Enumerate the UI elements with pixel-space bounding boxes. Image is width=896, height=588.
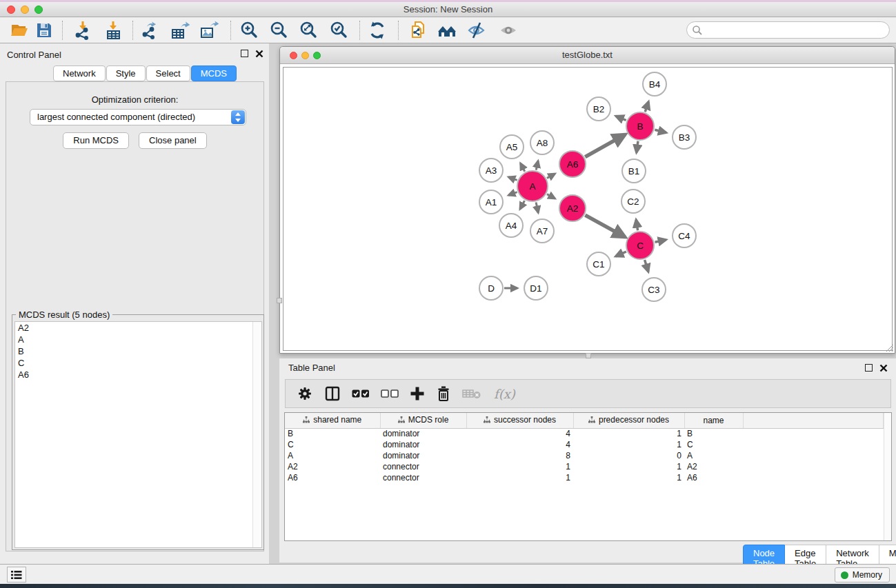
- graph-edge-B-B2[interactable]: [616, 116, 626, 120]
- table-cell[interactable]: A: [285, 450, 380, 461]
- result-item[interactable]: C: [15, 357, 261, 369]
- minimize-window-button[interactable]: [21, 6, 29, 14]
- graph-edge-A-A8[interactable]: [536, 161, 538, 170]
- graph-edge-C-C3[interactable]: [645, 260, 648, 272]
- tab-network[interactable]: Network: [53, 65, 106, 81]
- column-header-predecessor-nodes[interactable]: predecessor nodes: [573, 413, 684, 428]
- zoom-in-icon[interactable]: [239, 21, 259, 40]
- graph-edge-A-A2[interactable]: [547, 194, 555, 199]
- graph-node-A[interactable]: A: [517, 171, 548, 201]
- result-item[interactable]: B: [15, 345, 261, 357]
- graph-edge-A6-B[interactable]: [585, 134, 625, 157]
- result-item[interactable]: A6: [15, 369, 261, 381]
- create-column-plus-icon[interactable]: [410, 386, 425, 401]
- table-cell[interactable]: dominator: [380, 450, 466, 461]
- table-cell[interactable]: 4: [466, 439, 573, 450]
- graph-edge-A-A6[interactable]: [547, 174, 555, 178]
- graph-edge-A-A1[interactable]: [508, 192, 517, 196]
- table-cell[interactable]: B: [684, 428, 743, 439]
- table-cell[interactable]: B: [285, 428, 380, 439]
- graph-node-B4[interactable]: B4: [643, 72, 666, 96]
- table-cell[interactable]: connector: [380, 461, 466, 472]
- zoom-network-window-button[interactable]: [313, 52, 321, 59]
- optimization-select[interactable]: largest connected component (directed): [30, 109, 246, 125]
- graph-edge-A2-C[interactable]: [585, 215, 625, 237]
- minimize-network-window-button[interactable]: [301, 52, 309, 59]
- column-header-MCDS-role[interactable]: MCDS role: [380, 413, 466, 428]
- import-table-icon[interactable]: [105, 21, 124, 40]
- column-header-shared-name[interactable]: shared name: [285, 413, 380, 428]
- show-all-icon[interactable]: [498, 21, 517, 40]
- table-row[interactable]: Cdominator41C: [285, 439, 884, 450]
- graph-node-A7[interactable]: A7: [530, 219, 554, 243]
- table-row[interactable]: Adominator80A: [285, 450, 884, 461]
- table-cell[interactable]: A2: [285, 461, 380, 472]
- close-panel-button[interactable]: Close panel: [139, 132, 207, 149]
- tab-mcds[interactable]: MCDS: [191, 65, 237, 81]
- table-scrollbar[interactable]: [884, 413, 891, 540]
- table-row[interactable]: A6connector11A6: [285, 472, 884, 483]
- run-mcds-button[interactable]: Run MCDS: [63, 132, 129, 149]
- table-cell[interactable]: 0: [573, 450, 684, 461]
- tab-select[interactable]: Select: [146, 65, 190, 81]
- zoom-window-button[interactable]: [34, 6, 43, 14]
- deselect-all-icon[interactable]: [381, 389, 399, 398]
- show-columns-icon[interactable]: [324, 385, 341, 402]
- close-network-window-button[interactable]: [290, 52, 297, 59]
- graph-node-A4[interactable]: A4: [499, 214, 523, 237]
- vertical-splitter-handle[interactable]: [277, 298, 282, 303]
- table-cell[interactable]: 1: [573, 439, 684, 450]
- graph-node-A3[interactable]: A3: [479, 159, 503, 182]
- float-table-panel-icon[interactable]: [865, 364, 873, 372]
- graph-node-A5[interactable]: A5: [500, 135, 524, 159]
- delete-column-trash-icon[interactable]: [436, 385, 451, 402]
- column-header-name[interactable]: name: [684, 413, 743, 428]
- function-builder-icon[interactable]: f(x): [494, 387, 515, 401]
- memory-button[interactable]: Memory: [835, 567, 890, 582]
- graph-node-A2[interactable]: A2: [559, 195, 586, 221]
- table-cell[interactable]: A: [684, 450, 743, 461]
- graph-node-A8[interactable]: A8: [530, 131, 554, 154]
- graph-node-C3[interactable]: C3: [642, 278, 666, 301]
- resize-grip-icon[interactable]: [885, 343, 893, 352]
- select-all-icon[interactable]: [352, 389, 370, 398]
- graph-node-B2[interactable]: B2: [587, 97, 610, 121]
- result-item[interactable]: A: [15, 334, 261, 345]
- network-window-titlebar[interactable]: testGlobe.txt: [280, 47, 895, 64]
- graph-edge-C-C2[interactable]: [636, 220, 637, 231]
- table-cell[interactable]: 1: [573, 428, 684, 439]
- duplicate-network-icon[interactable]: [408, 21, 428, 40]
- table-cell[interactable]: A6: [285, 472, 380, 483]
- table-cell[interactable]: connector: [380, 472, 466, 483]
- graph-node-B[interactable]: B: [626, 112, 654, 140]
- table-row[interactable]: A2connector11A2: [285, 461, 884, 472]
- float-panel-icon[interactable]: [241, 50, 248, 57]
- graph-edge-A-A4[interactable]: [520, 201, 525, 209]
- table-cell[interactable]: C: [684, 439, 743, 450]
- graph-node-A1[interactable]: A1: [479, 190, 503, 214]
- close-table-panel-icon[interactable]: [879, 364, 888, 372]
- horizontal-splitter-handle[interactable]: [586, 353, 591, 358]
- home-icon[interactable]: [437, 21, 456, 40]
- open-session-icon[interactable]: [10, 21, 29, 40]
- tab-style[interactable]: Style: [106, 65, 146, 81]
- refresh-view-icon[interactable]: [368, 21, 387, 40]
- column-header-successor-nodes[interactable]: successor nodes: [466, 413, 573, 428]
- graph-edge-B-B3[interactable]: [655, 130, 666, 132]
- graph-edge-A-A5[interactable]: [521, 163, 525, 172]
- table-cell[interactable]: 1: [466, 461, 573, 472]
- export-network-icon[interactable]: [141, 21, 160, 40]
- close-window-button[interactable]: [7, 6, 15, 14]
- graph-edge-C-C1[interactable]: [616, 252, 626, 256]
- task-history-button[interactable]: [7, 567, 26, 582]
- zoom-out-icon[interactable]: [269, 21, 288, 40]
- table-cell[interactable]: A6: [684, 472, 743, 483]
- result-scrollbar[interactable]: [252, 322, 261, 547]
- table-cell[interactable]: 8: [466, 450, 573, 461]
- import-network-icon[interactable]: [73, 21, 92, 40]
- graph-node-C[interactable]: C: [626, 232, 654, 259]
- graph-edge-A-A3[interactable]: [508, 177, 517, 181]
- graph-node-C4[interactable]: C4: [673, 224, 696, 247]
- delete-table-icon[interactable]: [462, 387, 481, 400]
- result-item[interactable]: A2: [15, 322, 261, 334]
